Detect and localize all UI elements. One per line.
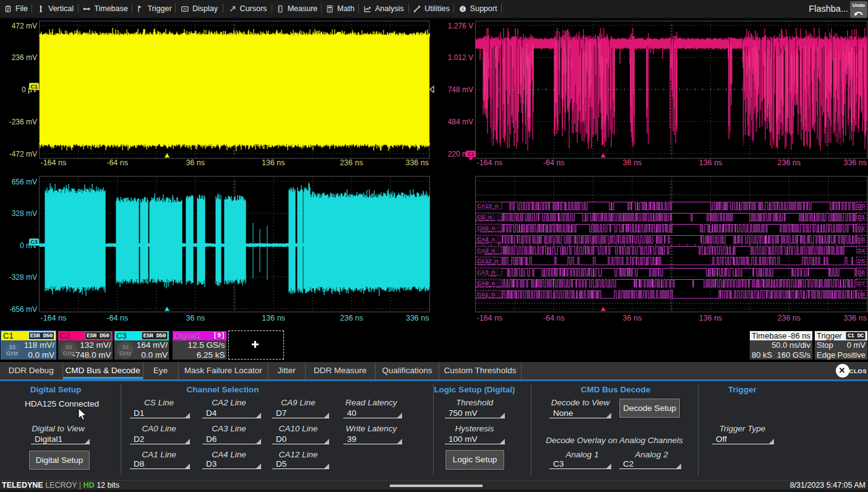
svg-text:36 ns: 36 ns <box>186 158 205 167</box>
svg-text:D6: D6 <box>857 269 865 275</box>
svg-text:D8: D8 <box>857 291 865 298</box>
svg-text:D7: D7 <box>857 280 865 287</box>
svg-text:1.276 V: 1.276 V <box>448 22 473 30</box>
svg-text:36 ns: 36 ns <box>186 314 205 322</box>
svg-text:C3: C3 <box>30 239 38 245</box>
svg-text:748 mV: 748 mV <box>448 85 473 94</box>
svg-text:336 ns: 336 ns <box>843 158 867 167</box>
svg-text:-64 ns: -64 ns <box>106 314 128 322</box>
svg-text:1.012 V: 1.012 V <box>448 53 473 62</box>
svg-text:136 ns: 136 ns <box>262 158 285 167</box>
svg-text:484 mV: 484 mV <box>448 118 473 126</box>
svg-text:-64 ns: -64 ns <box>106 158 128 167</box>
svg-text:-656 mV: -656 mV <box>9 305 37 314</box>
svg-text:336 ns: 336 ns <box>406 314 429 322</box>
svg-text:-236 mV: -236 mV <box>9 118 37 126</box>
svg-text:472 mV: 472 mV <box>12 22 37 30</box>
svg-text:D4: D4 <box>857 247 865 254</box>
svg-text:C1: C1 <box>30 84 38 90</box>
svg-text:-164 ns: -164 ns <box>477 158 503 167</box>
svg-text:-472 mV: -472 mV <box>9 150 37 158</box>
svg-text:236 ns: 236 ns <box>778 158 801 167</box>
svg-text:336 ns: 336 ns <box>843 314 867 322</box>
svg-text:328 mV: 328 mV <box>12 209 37 218</box>
svg-text:-64 ns: -64 ns <box>543 314 565 322</box>
svg-text:-64 ns: -64 ns <box>543 158 565 167</box>
svg-text:D5: D5 <box>857 257 865 264</box>
svg-text:CA0_n: CA0_n <box>477 225 495 231</box>
svg-text:D0: D0 <box>857 202 865 209</box>
svg-text:136 ns: 136 ns <box>699 314 723 322</box>
svg-text:D1: D1 <box>857 214 865 220</box>
svg-text:D2: D2 <box>857 225 865 231</box>
svg-text:656 mV: 656 mV <box>12 178 37 186</box>
svg-text:D3: D3 <box>857 236 865 243</box>
svg-text:136 ns: 136 ns <box>699 158 723 167</box>
svg-text:CA3_n: CA3_n <box>477 269 495 275</box>
svg-text:CA1_n: CA1_n <box>477 291 495 298</box>
svg-text:CA9_n: CA9_n <box>477 280 495 287</box>
svg-text:-164 ns: -164 ns <box>477 314 503 322</box>
svg-text:CA12_n: CA12_n <box>477 257 498 264</box>
svg-text:236 ns: 236 ns <box>340 314 364 322</box>
svg-text:-164 ns: -164 ns <box>41 314 67 322</box>
svg-text:36 ns: 36 ns <box>623 158 642 167</box>
svg-text:136 ns: 136 ns <box>262 314 285 322</box>
svg-text:CS_n: CS_n <box>477 214 492 220</box>
svg-text:36 ns: 36 ns <box>623 314 642 322</box>
svg-text:C2: C2 <box>468 151 475 157</box>
svg-text:CA10_n: CA10_n <box>477 202 498 209</box>
svg-text:236 ns: 236 ns <box>340 158 363 167</box>
svg-text:-328 mV: -328 mV <box>9 273 37 282</box>
svg-text:236 ns: 236 ns <box>778 314 801 322</box>
svg-text:-164 ns: -164 ns <box>41 158 67 167</box>
svg-text:336 ns: 336 ns <box>405 158 429 167</box>
svg-text:236 mV: 236 mV <box>12 53 37 62</box>
svg-text:CA2_n: CA2_n <box>477 247 495 254</box>
svg-text:CA4_n: CA4_n <box>477 236 495 243</box>
